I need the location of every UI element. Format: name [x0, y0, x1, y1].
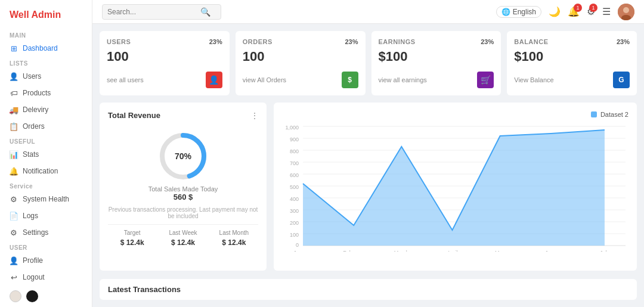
search-bar[interactable]: 🔍: [102, 4, 221, 20]
sidebar-label-settings: Settings: [23, 228, 48, 237]
sidebar-item-users[interactable]: 👤 Users: [0, 68, 92, 85]
transactions-title: Latest Transactions: [108, 285, 181, 294]
users-card-link[interactable]: see all users: [107, 76, 144, 83]
sidebar-item-logs[interactable]: 📄 Logs: [0, 207, 92, 224]
earnings-card-icon: 🛒: [477, 72, 494, 88]
users-card-footer: see all users 👤: [107, 72, 222, 88]
color-circle-dark[interactable]: [26, 290, 38, 302]
legend-color: [591, 111, 597, 117]
balance-card-link[interactable]: View Balance: [514, 76, 553, 83]
avatar-image: [618, 4, 634, 20]
bell-badge: 1: [574, 4, 582, 12]
earnings-card-title: EARNINGS: [379, 38, 416, 45]
hamburger-icon: ☰: [602, 6, 611, 17]
users-card-title: USERS: [107, 38, 131, 45]
svg-point-1: [623, 7, 629, 13]
earnings-card-value: $100: [379, 49, 494, 64]
notification-bell-button[interactable]: 🔔 1: [568, 6, 580, 17]
sidebar-label-orders: Orders: [23, 122, 45, 131]
sidebar-item-logout[interactable]: ↩ Logout: [0, 269, 92, 286]
latest-transactions-bar: Latest Transactions: [100, 279, 637, 300]
settings-badge: 1: [589, 4, 597, 12]
svg-text:600: 600: [290, 172, 299, 178]
svg-text:500: 500: [290, 184, 299, 190]
svg-text:January: January: [293, 250, 313, 252]
sidebar-item-delivery[interactable]: 🚚 Deleviry: [0, 101, 92, 118]
sidebar-item-stats[interactable]: 📊 Stats: [0, 146, 92, 163]
sidebar-item-system-health[interactable]: ⚙ System Health: [0, 191, 92, 207]
sidebar-item-settings[interactable]: ⚙ Settings: [0, 224, 92, 241]
users-card-value: 100: [107, 49, 222, 64]
earnings-card-link[interactable]: view all earnings: [379, 76, 427, 83]
stats-icon: 📊: [10, 150, 18, 159]
svg-text:900: 900: [290, 137, 299, 142]
lastmonth-value: $ 12.4k: [210, 238, 258, 247]
logs-icon: 📄: [10, 212, 18, 220]
earnings-card-header: EARNINGS 23%: [379, 38, 494, 45]
moon-button[interactable]: 🌙: [549, 6, 561, 17]
svg-text:April: April: [447, 250, 457, 252]
sidebar-label-logout: Logout: [23, 273, 45, 281]
earnings-card-footer: view all earnings 🛒: [379, 72, 494, 88]
color-circle-light[interactable]: [10, 290, 21, 302]
sidebar-item-profile[interactable]: 👤 Profile: [0, 252, 92, 269]
sidebar-label-logs: Logs: [23, 212, 38, 220]
header-right: 🌐 English 🌙 🔔 1 ⚙ 1 ☰: [496, 4, 634, 20]
sidebar-label-users: Users: [23, 72, 41, 80]
donut-note: Previous transactions processing. Last p…: [108, 206, 258, 219]
chart-legend: Dataset 2: [282, 111, 628, 118]
legend-label: Dataset 2: [600, 111, 628, 118]
donut-label: Total Sales Made Today: [148, 185, 218, 193]
orders-card-link[interactable]: view All Orders: [243, 76, 286, 83]
orders-card-footer: view All Orders $: [243, 72, 358, 88]
language-label: English: [513, 8, 536, 16]
sidebar-item-products[interactable]: 🏷 Products: [0, 85, 92, 101]
orders-card-value: 100: [243, 49, 358, 64]
users-card-header: USERS 23%: [107, 38, 222, 45]
orders-card-percent: 23%: [345, 38, 358, 45]
users-icon: 👤: [10, 72, 18, 80]
section-user: USER: [0, 241, 92, 252]
sidebar-item-orders[interactable]: 📋 Orders: [0, 118, 92, 135]
header: 🔍 🌐 English 🌙 🔔 1 ⚙ 1 ☰: [92, 0, 644, 24]
svg-text:400: 400: [290, 196, 299, 202]
svg-text:0: 0: [296, 242, 299, 248]
settings-button[interactable]: ⚙ 1: [587, 6, 595, 17]
notification-icon: 🔔: [10, 167, 18, 175]
svg-text:March: March: [394, 250, 409, 252]
donut-container: 70% Total Sales Made Today 560 $: [108, 129, 258, 201]
revenue-menu-icon[interactable]: ⋮: [251, 111, 258, 120]
sidebar-item-notification[interactable]: 🔔 Notification: [0, 163, 92, 179]
users-card-percent: 23%: [209, 38, 222, 45]
balance-card-icon: G: [613, 72, 630, 88]
lastweek-value: $ 12.4k: [159, 238, 207, 247]
svg-text:300: 300: [290, 208, 299, 214]
revenue-panel-header: Total Revenue ⋮: [108, 111, 258, 120]
sidebar-label-products: Products: [23, 89, 51, 97]
svg-text:700: 700: [290, 160, 299, 166]
user-avatar[interactable]: [618, 4, 634, 20]
svg-text:1,000: 1,000: [285, 125, 299, 131]
main-content: 🔍 🌐 English 🌙 🔔 1 ⚙ 1 ☰: [92, 0, 644, 307]
search-input[interactable]: [107, 8, 197, 16]
svg-text:February: February: [343, 250, 365, 252]
target-value: $ 12.4k: [108, 238, 156, 247]
balance-card-header: BALANCE 23%: [514, 38, 630, 45]
balance-card-percent: 23%: [617, 38, 630, 45]
language-selector[interactable]: 🌐 English: [496, 6, 541, 18]
svg-text:July: July: [600, 250, 610, 252]
svg-text:June: June: [545, 250, 557, 252]
orders-card-header: ORDERS 23%: [243, 38, 358, 45]
search-icon[interactable]: 🔍: [200, 7, 210, 17]
page-content: USERS 23% 100 see all users 👤 ORDERS 23%…: [92, 24, 644, 307]
donut-value: 560 $: [174, 193, 193, 201]
app-logo: Well Admin: [0, 7, 92, 29]
orders-card-title: ORDERS: [243, 38, 273, 45]
sidebar-item-dashboard[interactable]: ⊞ Dashboard: [0, 40, 92, 57]
section-lists: LISTS: [0, 57, 92, 68]
svg-text:800: 800: [290, 148, 299, 154]
sidebar-label-delivery: Deleviry: [23, 106, 48, 114]
orders-card-icon: $: [342, 72, 358, 88]
menu-button[interactable]: ☰: [602, 6, 611, 17]
sidebar-label-dashboard: Dashboard: [23, 44, 58, 52]
